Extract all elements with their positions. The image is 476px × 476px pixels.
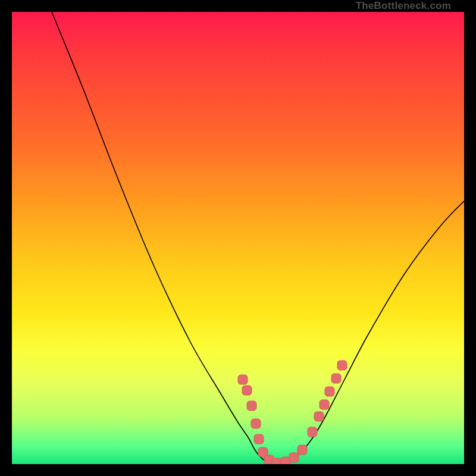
- curve-marker: [242, 386, 252, 395]
- curve-svg: [12, 12, 464, 464]
- curve-marker: [325, 387, 334, 396]
- plot-area: [12, 12, 464, 464]
- curve-marker: [289, 453, 299, 462]
- curve-marker: [238, 375, 248, 384]
- curve-marker: [320, 400, 329, 409]
- curve-marker: [298, 445, 307, 455]
- curve-marker: [247, 401, 256, 411]
- bottleneck-curve: [52, 12, 464, 464]
- curve-marker: [314, 412, 324, 421]
- curve-marker: [272, 458, 281, 464]
- curve-marker: [254, 434, 264, 444]
- curve-marker: [337, 361, 347, 370]
- curve-marker: [251, 419, 261, 428]
- watermark-text: TheBottleneck.com: [356, 0, 451, 12]
- curve-marker: [331, 374, 341, 383]
- curve-marker: [308, 427, 317, 437]
- chart-frame: TheBottleneck.com: [12, 0, 464, 464]
